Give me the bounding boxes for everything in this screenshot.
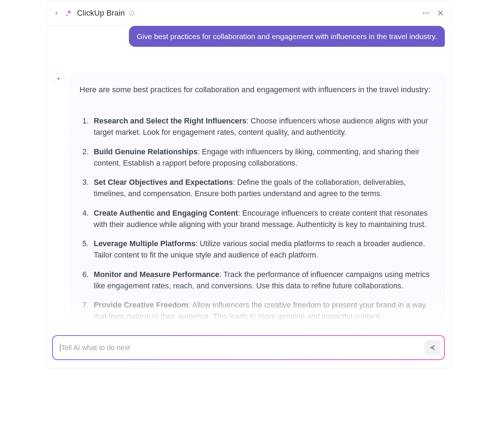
list-item: Leverage Multiple Platforms: Utilize var… bbox=[80, 238, 435, 261]
list-item-title: Research and Select the Right Influencer… bbox=[94, 117, 246, 125]
chat-area: Give best practices for collaboration an… bbox=[47, 26, 450, 334]
svg-point-5 bbox=[427, 12, 428, 13]
header: ClickUp Brain bbox=[47, 0, 450, 26]
best-practices-list: Research and Select the Right Influencer… bbox=[80, 115, 435, 322]
list-item-title: Provide Creative Freedom bbox=[94, 301, 188, 309]
input-row bbox=[47, 334, 450, 369]
list-item: Build Genuine Relationships: Engage with… bbox=[80, 146, 435, 169]
ai-response-block: Here are some best practices for collabo… bbox=[47, 73, 450, 334]
brand: ClickUp Brain bbox=[65, 9, 135, 18]
user-message-row: Give best practices for collaboration an… bbox=[47, 26, 450, 47]
prompt-input-wrap bbox=[52, 335, 445, 360]
list-item-title: Create Authentic and Engaging Content bbox=[94, 209, 238, 217]
list-item: Monitor and Measure Performance: Track t… bbox=[80, 269, 435, 292]
ai-intro-text: Here are some best practices for collabo… bbox=[80, 84, 435, 95]
svg-point-3 bbox=[423, 12, 424, 13]
list-item-title: Monitor and Measure Performance bbox=[94, 270, 219, 279]
app-window: ClickUp Brain Give best practices for co… bbox=[46, 0, 451, 369]
header-actions bbox=[421, 9, 445, 17]
prompt-input[interactable] bbox=[61, 344, 424, 352]
user-message: Give best practices for collaboration an… bbox=[129, 26, 445, 47]
list-item-title: Set Clear Objectives and Expectations bbox=[94, 178, 233, 187]
send-button[interactable] bbox=[424, 340, 441, 355]
ai-message: Here are some best practices for collabo… bbox=[70, 73, 445, 334]
list-item: Set Clear Objectives and Expectations: D… bbox=[80, 177, 435, 200]
list-item-title: Build Genuine Relationships bbox=[94, 148, 198, 156]
list-item: Research and Select the Right Influencer… bbox=[80, 115, 435, 138]
close-button[interactable] bbox=[436, 9, 445, 17]
list-item: Create Authentic and Engaging Content: E… bbox=[80, 208, 435, 231]
info-icon[interactable] bbox=[129, 10, 135, 16]
page-title: ClickUp Brain bbox=[77, 9, 125, 18]
svg-point-4 bbox=[425, 12, 426, 13]
text-caret bbox=[60, 344, 60, 352]
spark-icon bbox=[65, 9, 73, 17]
back-button[interactable] bbox=[52, 9, 61, 17]
list-item: Provide Creative Freedom: Allow influenc… bbox=[80, 299, 435, 322]
ai-avatar bbox=[52, 73, 65, 86]
list-item-title: Leverage Multiple Platforms bbox=[94, 239, 196, 248]
more-options-button[interactable] bbox=[421, 9, 430, 17]
svg-point-2 bbox=[131, 12, 132, 12]
